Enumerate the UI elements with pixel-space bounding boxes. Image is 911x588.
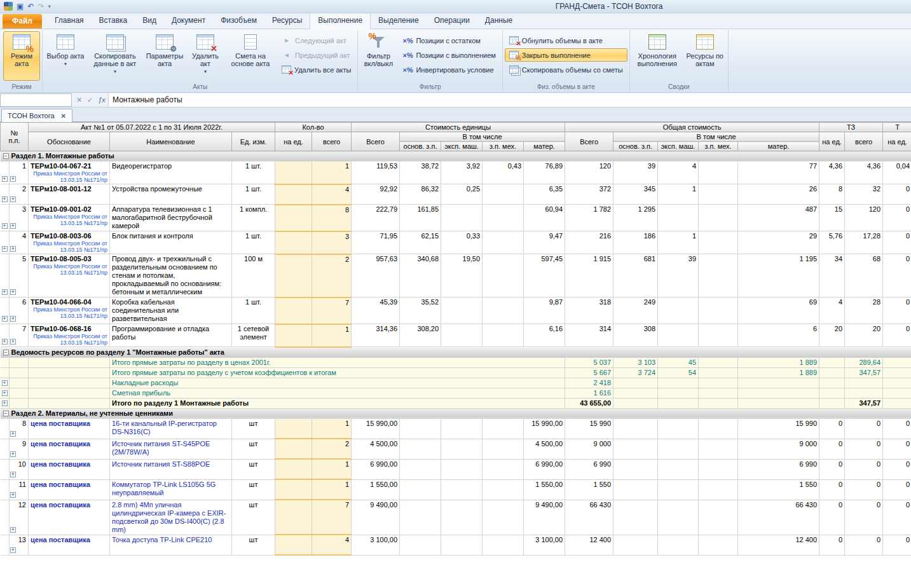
qty-total-cell[interactable]: 2 [312, 254, 352, 297]
name-box[interactable] [0, 93, 72, 107]
value-cell[interactable]: 120 [565, 161, 613, 184]
unit-cell[interactable]: 1 шт. [232, 231, 275, 254]
value-cell[interactable] [441, 297, 483, 324]
justification-cell[interactable]: ТЕРм10-08-005-03Приказ Минстроя России о… [29, 254, 110, 297]
formula-input[interactable]: Монтажные работы [108, 93, 911, 107]
value-cell[interactable]: 120 [845, 205, 883, 231]
justification-cell[interactable]: цена поставщика [29, 500, 110, 535]
section-header-cell[interactable]: −Раздел 1. Монтажные работы [1, 151, 911, 161]
justification-cell[interactable]: ТЕРм10-04-066-04Приказ Минстроя России о… [29, 297, 110, 324]
value-cell[interactable] [613, 535, 658, 555]
unit-cell[interactable]: 1 шт. [232, 184, 275, 205]
value-cell[interactable]: 86,32 [400, 184, 441, 205]
value-cell[interactable] [441, 500, 483, 535]
file-tab[interactable]: Файл [3, 14, 42, 29]
expand-icon[interactable]: + [2, 223, 8, 229]
qty-per-unit-cell[interactable] [275, 439, 312, 459]
doc-tab-close-icon[interactable]: ✕ [61, 113, 66, 120]
value-cell[interactable]: 17,28 [845, 231, 883, 254]
qty-total-cell[interactable]: 8 [312, 205, 352, 231]
qat-customize-icon[interactable]: ▾ [48, 2, 51, 11]
value-cell[interactable] [483, 205, 524, 231]
value-cell[interactable]: 0 [819, 500, 845, 535]
collapse-icon[interactable]: − [3, 350, 9, 355]
value-cell[interactable]: 6 990,00 [524, 459, 565, 479]
value-cell[interactable] [819, 378, 845, 388]
qty-per-unit-cell[interactable] [275, 418, 312, 439]
expand-icon[interactable]: + [10, 176, 16, 182]
value-cell[interactable] [699, 535, 738, 555]
expand-icon[interactable]: + [2, 339, 8, 345]
value-cell[interactable] [658, 378, 699, 388]
expand-icon[interactable]: + [10, 527, 16, 533]
value-cell[interactable]: 340,68 [400, 254, 441, 297]
qty-total-cell[interactable]: 4 [312, 535, 352, 555]
name-cell[interactable]: Провод двух- и трехжильный с разделитель… [110, 254, 232, 297]
value-cell[interactable]: 308 [613, 324, 658, 347]
unit-cell[interactable]: 1 компл. [232, 205, 275, 231]
qty-per-unit-cell[interactable] [275, 161, 312, 184]
act-mode-button[interactable]: % Режим акта [3, 31, 40, 81]
value-cell[interactable]: 2 418 [565, 378, 613, 388]
value-cell[interactable] [483, 535, 524, 555]
ribbon-tab[interactable]: Вставка [92, 13, 135, 29]
value-cell[interactable]: 222,79 [352, 205, 400, 231]
value-cell[interactable]: 0 [883, 479, 911, 500]
unit-cell[interactable]: шт [232, 535, 275, 555]
value-cell[interactable] [658, 418, 699, 439]
value-cell[interactable]: 0 [883, 184, 911, 205]
value-cell[interactable] [819, 388, 845, 398]
value-cell[interactable] [658, 535, 699, 555]
value-cell[interactable]: 0 [845, 439, 883, 459]
value-cell[interactable] [483, 479, 524, 500]
qty-total-cell[interactable]: 7 [312, 500, 352, 535]
invert-condition-button[interactable]: ×% Инвертировать условие [398, 63, 500, 76]
value-cell[interactable] [441, 324, 483, 347]
value-cell[interactable]: 45,39 [352, 297, 400, 324]
value-cell[interactable] [441, 459, 483, 479]
value-cell[interactable] [699, 439, 738, 459]
value-cell[interactable]: 54 [658, 367, 699, 378]
value-cell[interactable] [883, 398, 911, 408]
qty-total-cell[interactable]: 1 [312, 479, 352, 500]
expand-icon[interactable]: + [10, 196, 16, 202]
value-cell[interactable]: 1 782 [565, 205, 613, 231]
value-cell[interactable]: 39 [658, 254, 699, 297]
ribbon-tab[interactable]: Ресурсы [264, 13, 310, 29]
value-cell[interactable] [483, 231, 524, 254]
value-cell[interactable]: 60,94 [524, 205, 565, 231]
name-cell[interactable]: Программирование и отладка работы [110, 324, 232, 347]
expand-icon[interactable]: + [10, 246, 16, 252]
value-cell[interactable] [883, 388, 911, 398]
value-cell[interactable]: 0 [883, 254, 911, 297]
expand-icon[interactable]: + [10, 223, 16, 229]
value-cell[interactable]: 34 [819, 254, 845, 297]
expand-icon[interactable]: + [2, 246, 8, 252]
positions-with-execution-button[interactable]: ×% Позиции с выполнением [398, 48, 500, 62]
collapse-icon[interactable]: − [3, 411, 9, 416]
value-cell[interactable]: 29 [738, 231, 819, 254]
expand-icon[interactable]: + [2, 289, 8, 295]
value-cell[interactable] [613, 459, 658, 479]
value-cell[interactable]: 9,87 [524, 297, 565, 324]
value-cell[interactable]: 19,50 [441, 254, 483, 297]
value-cell[interactable]: 5 667 [565, 367, 613, 378]
qty-per-unit-cell[interactable] [275, 479, 312, 500]
positions-with-remainder-button[interactable]: ×% Позиции с остатком [398, 34, 500, 47]
name-cell[interactable]: 16-ти канальный IP-регистратор DS-N316(С… [110, 418, 232, 439]
value-cell[interactable]: 318 [565, 297, 613, 324]
value-cell[interactable]: 68 [845, 254, 883, 297]
value-cell[interactable]: 4,36 [845, 161, 883, 184]
value-cell[interactable] [441, 535, 483, 555]
value-cell[interactable] [613, 479, 658, 500]
value-cell[interactable]: 161,85 [400, 205, 441, 231]
name-cell[interactable]: Блок питания и контроля [110, 231, 232, 254]
value-cell[interactable]: 35,52 [400, 297, 441, 324]
value-cell[interactable] [819, 367, 845, 378]
value-cell[interactable]: 77 [738, 161, 819, 184]
qty-total-cell[interactable]: 1 [312, 459, 352, 479]
expand-icon[interactable]: + [2, 196, 8, 202]
value-cell[interactable] [699, 500, 738, 535]
value-cell[interactable]: 0 [819, 459, 845, 479]
qty-per-unit-cell[interactable] [275, 459, 312, 479]
